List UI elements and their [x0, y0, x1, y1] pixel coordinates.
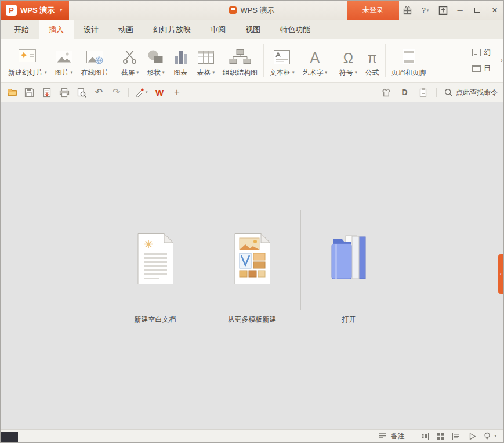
shapes-button[interactable]: 形状▾ — [143, 42, 169, 79]
slide-sorter-button[interactable] — [436, 433, 445, 440]
export-pdf-icon[interactable] — [41, 87, 52, 98]
docer-icon[interactable]: D — [399, 87, 410, 98]
picture-label: 图片 — [55, 68, 69, 78]
open-folder-icon[interactable] — [6, 87, 17, 98]
tips-bulb-button[interactable]: ▾ — [484, 432, 496, 441]
slideshow-play-button[interactable] — [469, 433, 476, 440]
shapes-label: 形状 — [147, 68, 161, 78]
maximize-button[interactable] — [469, 1, 486, 20]
redo-icon[interactable]: ↷ — [111, 87, 122, 98]
search-icon — [444, 88, 453, 97]
window-title-text: WPS 演示 — [240, 5, 274, 16]
screenshot-button[interactable]: 截屏▾ — [117, 42, 143, 79]
org-chart-button[interactable]: 组织结构图 — [219, 42, 262, 79]
slide-number-button[interactable]: 幻 — [472, 48, 503, 57]
word-art-label: 艺术字 — [303, 68, 324, 78]
gift-icon[interactable] — [399, 1, 415, 20]
text-box-button[interactable]: 文本框▾ — [266, 42, 299, 79]
toolbar-separator — [128, 88, 129, 97]
notes-icon — [379, 433, 387, 440]
statusbar-separator — [371, 433, 371, 440]
open-folder-blue-icon — [324, 231, 375, 287]
slide-sorter-icon — [436, 433, 445, 440]
print-icon[interactable] — [59, 87, 70, 98]
panel-arrow-icon: ‹ — [500, 271, 502, 277]
help-label: ? — [422, 6, 426, 15]
statusbar: 备注 — [1, 429, 503, 442]
tab-insert[interactable]: 插入 — [39, 20, 74, 39]
print-preview-icon[interactable] — [76, 87, 87, 98]
picture-button[interactable]: 图片▾ — [51, 42, 77, 79]
quick-access-toolbar: ↶ ↷ ▾ W + D — [1, 83, 503, 102]
picture-icon — [55, 45, 73, 65]
header-footer-label: 页眉和页脚 — [391, 68, 426, 78]
ribbon-separator — [333, 44, 333, 77]
new-blank-document-option[interactable]: 新建空白文档 — [107, 210, 204, 325]
notes-toggle[interactable]: 备注 — [379, 431, 404, 441]
login-button[interactable]: 未登录 — [347, 1, 399, 20]
lightbulb-icon — [484, 432, 491, 441]
blank-document-icon — [131, 231, 180, 287]
quickbar-right-cluster: D 点此查找命令 — [380, 87, 498, 98]
side-panel-handle[interactable]: ‹ — [498, 254, 503, 294]
ink-pen-button[interactable]: ▾ — [135, 88, 148, 97]
templates-document-icon — [228, 231, 277, 287]
chevron-down-icon: ▾ — [213, 70, 215, 75]
app-menu-label: WPS 演示 — [20, 5, 55, 16]
statusbar-right-cluster: 备注 — [371, 431, 496, 441]
reading-view-button[interactable] — [452, 433, 461, 440]
tab-slideshow[interactable]: 幻灯片放映 — [143, 20, 201, 39]
symbol-label: 符号 — [339, 68, 353, 78]
chevron-down-icon: ▾ — [45, 70, 47, 75]
ribbon-separator — [263, 44, 264, 77]
maximize-icon — [474, 8, 480, 13]
ribbon-separator — [115, 44, 115, 77]
table-button[interactable]: 表格▾ — [193, 42, 219, 79]
statusbar-dark-corner — [1, 432, 18, 442]
minimize-button[interactable]: ─ — [451, 1, 469, 20]
formula-button[interactable]: π 公式 — [361, 42, 383, 79]
chevron-down-icon: ▾ — [60, 8, 62, 13]
clipboard-icon[interactable] — [418, 87, 429, 98]
chart-button[interactable]: 图表 — [169, 42, 193, 79]
table-icon — [197, 45, 215, 65]
online-picture-button[interactable]: 在线图片 — [77, 42, 113, 79]
add-toolbar-button-icon[interactable]: + — [172, 87, 183, 98]
header-footer-icon — [402, 45, 416, 65]
more-templates-option[interactable]: 从更多模板新建 — [204, 210, 300, 325]
chevron-down-icon: ▾ — [494, 434, 496, 438]
undo-icon[interactable]: ↶ — [93, 87, 104, 98]
tab-view[interactable]: 视图 — [235, 20, 270, 39]
tab-special-features[interactable]: 特色功能 — [270, 20, 320, 39]
tab-review[interactable]: 审阅 — [201, 20, 235, 39]
wps-w-icon[interactable]: W — [154, 87, 165, 98]
screenshot-label: 截屏 — [121, 68, 135, 78]
start-options-row: 新建空白文档 从更多模板新建 — [1, 210, 503, 325]
skin-icon[interactable] — [380, 87, 391, 98]
titlebar-controls: 未登录 ? ▾ ─ × — [347, 1, 503, 20]
table-label: 表格 — [197, 68, 211, 78]
open-file-option[interactable]: 打开 — [301, 210, 397, 325]
normal-view-button[interactable] — [420, 433, 429, 440]
ribbon-right-cluster: 幻 日 — [470, 48, 503, 73]
date-time-button[interactable]: 日 — [472, 63, 503, 73]
help-button[interactable]: ? ▾ — [415, 1, 435, 20]
tab-design[interactable]: 设计 — [74, 20, 108, 39]
presentation-icon — [229, 6, 237, 14]
header-footer-button[interactable]: 页眉和页脚 — [387, 42, 430, 79]
find-command-search[interactable]: 点此查找命令 — [444, 88, 498, 98]
chevron-down-icon: ▾ — [427, 8, 429, 13]
tab-start[interactable]: 开始 — [4, 20, 39, 39]
slide-number-icon — [472, 49, 481, 56]
fullscreen-icon[interactable] — [435, 1, 451, 20]
new-slide-button[interactable]: 新建幻灯片▾ — [4, 42, 51, 79]
app-menu-button[interactable]: P WPS 演示 ▾ — [1, 1, 69, 20]
tab-animation[interactable]: 动画 — [108, 20, 143, 39]
more-templates-label: 从更多模板新建 — [228, 315, 277, 325]
symbol-button[interactable]: Ω 符号▾ — [335, 42, 361, 79]
word-art-button[interactable]: A 艺术字▾ — [299, 42, 332, 79]
ribbon-more-arrow[interactable]: › — [501, 56, 503, 63]
close-button[interactable]: × — [486, 1, 503, 20]
save-icon[interactable] — [24, 87, 35, 98]
wps-presentation-window: P WPS 演示 ▾ WPS 演示 未登录 ? ▾ — [0, 0, 504, 443]
